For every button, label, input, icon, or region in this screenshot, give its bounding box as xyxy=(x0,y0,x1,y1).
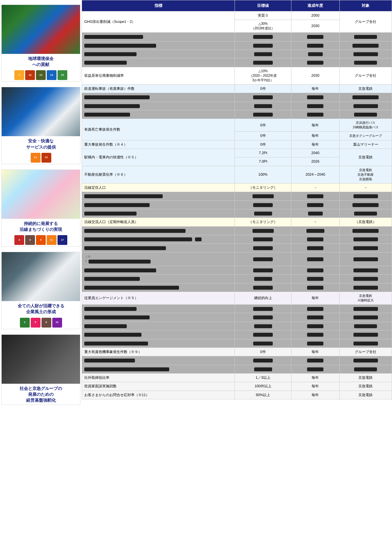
cell-rl1d xyxy=(339,304,392,313)
table-row-redacted-l3 xyxy=(82,322,392,330)
cell-major-scope: 葉山マリーナー xyxy=(339,140,392,149)
cell-ghg-target2: △30%（2019年度比） xyxy=(235,20,291,33)
table-row-redacted-l2 xyxy=(82,313,392,322)
cell-ro4a xyxy=(82,226,235,235)
cell-engagement-target: 継続的向上 xyxy=(235,292,291,304)
cell-ro4d xyxy=(339,226,392,235)
cell-death-scope-taxi: 京急タクシーグループ xyxy=(339,132,392,140)
cell-exchange-target: （モニタリング） xyxy=(235,218,291,226)
table-row-redacted-o4 xyxy=(82,226,392,235)
cell-rb2c xyxy=(291,102,339,110)
table-row-investor: 投資家面談実施回数 100件以上 毎年 京急電鉄 xyxy=(82,382,392,391)
cell-ro3d xyxy=(339,209,392,218)
cell-redacted-1a xyxy=(82,33,235,41)
cell-ro9b xyxy=(235,275,291,283)
cell-rl3c xyxy=(291,322,339,330)
cell-exchange-year: － xyxy=(291,218,339,226)
cell-investor-indicator: 投資家面談実施回数 xyxy=(82,382,235,391)
cell-inquiry-indicator: お客さまからのお問合せ応対率（※11） xyxy=(82,391,235,399)
table-row-redacted-b3 xyxy=(82,110,392,119)
cell-engagement-indicator: 従業員エンゲージメント（※５） xyxy=(82,292,235,304)
sdg-12b: 12 xyxy=(41,153,51,163)
label-mgmt: 社会と京急グループの発展のための経営基盤強靭化 xyxy=(2,384,80,405)
sdg-icons-town: 4 8 9 11 17 xyxy=(2,234,80,246)
photo-train xyxy=(2,87,80,136)
table-row-redacted-o1 xyxy=(82,192,392,201)
cell-rb3a xyxy=(82,110,235,119)
table-row-redacted-o7: （※７ xyxy=(82,252,392,266)
table-row-ghg1: GHG排出量削減（Scope1・2） 実質０ 2050 グループ全社 xyxy=(82,11,392,20)
cell-engagement-year: 毎年 xyxy=(291,292,339,304)
cell-rb3d xyxy=(339,110,392,119)
cell-ghg-indicator: GHG排出量削減（Scope1・2） xyxy=(82,11,235,32)
cell-redacted-3b xyxy=(235,50,291,58)
cell-comfort-target2: 7.0Pt xyxy=(235,157,291,166)
sdg-4: 4 xyxy=(14,235,24,245)
table-row-train-accident: 鉄道運転事故（有責事故）件数 0件 毎年 京急電鉄 xyxy=(82,84,392,93)
cell-ghg-year2: 2030 xyxy=(291,20,339,33)
cell-ro6c xyxy=(291,244,339,252)
sdg-3: 3 xyxy=(20,318,30,328)
cell-ro7d xyxy=(339,252,392,266)
sdg-12: 12 xyxy=(25,70,35,80)
cell-outside-target: 1／3以上 xyxy=(235,374,291,382)
cell-ro2c xyxy=(291,201,339,209)
cell-ro5b xyxy=(235,235,291,244)
sidebar-section-town: 持続的に発展する沿線まちづくりの実現 4 8 9 11 17 xyxy=(1,169,80,247)
cell-rl3a xyxy=(82,322,235,330)
cell-investor-target: 100件以上 xyxy=(235,382,291,391)
cell-rl5c xyxy=(291,339,339,347)
cell-rb1d xyxy=(339,93,392,102)
cell-ro9d xyxy=(339,275,392,283)
photo-town xyxy=(2,170,80,219)
cell-ro1d xyxy=(339,192,392,201)
table-row-redacted-o2 xyxy=(82,201,392,209)
cell-rb2a xyxy=(82,102,235,110)
cell-inquiry-year: 毎年 xyxy=(291,391,339,399)
table-row-redacted-b1 xyxy=(82,93,392,102)
cell-resident-scope: － xyxy=(339,183,392,192)
cell-death-scope-bus: 京浜急行バス川崎鶴見臨港バス xyxy=(339,119,392,132)
table-row-redacted-o6 xyxy=(82,244,392,252)
cell-redacted-1d xyxy=(339,33,392,41)
cell-rl1b xyxy=(235,304,291,313)
cell-waste-scope: グループ全社 xyxy=(339,67,392,84)
cell-resident-target: （モニタリング） xyxy=(235,183,291,192)
table-row-redacted-g1 xyxy=(82,356,392,365)
cell-rg2a xyxy=(82,365,235,373)
cell-ro9c xyxy=(291,275,339,283)
table-row-resident-pop: 沿線定住人口 （モニタリング） － － xyxy=(82,183,392,192)
cell-comfort-year2: 2026 xyxy=(291,157,339,166)
cell-train-scope: 京急電鉄 xyxy=(339,84,392,93)
sdg-15: 15 xyxy=(57,70,67,80)
table-row-redacted-o10 xyxy=(82,283,392,292)
cell-resident-year: － xyxy=(291,183,339,192)
sdg-17: 17 xyxy=(57,235,67,245)
sdg-8b: 8 xyxy=(41,318,51,328)
photo-earth xyxy=(2,5,80,54)
cell-rg2d xyxy=(339,365,392,373)
table-row-inquiry: お客さまからのお問合せ応対率（※11） 90%以上 毎年 京急電鉄 xyxy=(82,391,392,399)
cell-ro10d xyxy=(339,283,392,292)
cell-ro4c xyxy=(291,226,339,235)
table-header-row: 指標 目標値 達成年度 対象 xyxy=(82,0,392,11)
cell-major-year: 毎年 xyxy=(291,140,339,149)
cell-quake-target: 100% xyxy=(235,166,291,183)
sdg-icons-earth: 7 12 13 14 15 xyxy=(2,69,80,81)
table-row-comfort1: 駅構内・電車内の快適性（※５） 7.2Pt 2040 京急電鉄 xyxy=(82,149,392,157)
cell-death-target-taxi: 0件 xyxy=(235,132,291,140)
table-row-redacted-2 xyxy=(82,41,392,50)
cell-ro10c xyxy=(291,283,339,292)
sdg-11b: 11 xyxy=(47,235,57,245)
cell-death-target-bus: 0件 xyxy=(235,119,291,132)
cell-redacted-3a xyxy=(82,50,235,58)
cell-rl3b xyxy=(235,322,291,330)
cell-inquiry-target: 90%以上 xyxy=(235,391,291,399)
cell-rg2b xyxy=(235,365,291,373)
table-row-major-accident: 重大事故発生件数（※４） 0件 毎年 葉山マリーナー xyxy=(82,140,392,149)
cell-death-year-bus: 毎年 xyxy=(291,119,339,132)
cell-redacted-2a xyxy=(82,41,235,50)
cell-death-year-taxi: 毎年 xyxy=(291,132,339,140)
cell-quake-scope: 京急電鉄京急不動産京急開発 xyxy=(339,166,392,183)
label-hr: 全ての人財が活躍できる企業風土の形成 xyxy=(2,301,80,316)
